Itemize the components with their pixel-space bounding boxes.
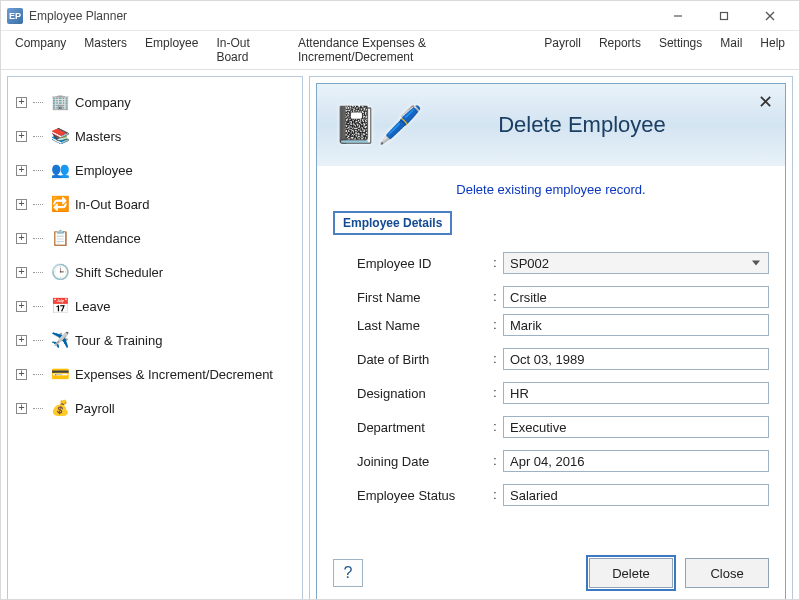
menu-masters[interactable]: Masters <box>76 33 135 67</box>
row-department: Department : Executive <box>357 416 769 438</box>
masters-icon: 📚 <box>51 127 69 145</box>
sidebar-item-label: Leave <box>75 299 110 314</box>
menu-payroll[interactable]: Payroll <box>536 33 589 67</box>
company-icon: 🏢 <box>51 93 69 111</box>
label-first-name: First Name <box>357 290 487 305</box>
app-icon: EP <box>7 8 23 24</box>
department-value: Executive <box>510 420 566 435</box>
row-joining-date: Joining Date : Apr 04, 2016 <box>357 450 769 472</box>
label-status: Employee Status <box>357 488 487 503</box>
minimize-button[interactable] <box>655 1 701 31</box>
menu-employee[interactable]: Employee <box>137 33 206 67</box>
expand-icon[interactable]: + <box>16 165 27 176</box>
status-field[interactable]: Salaried <box>503 484 769 506</box>
maximize-button[interactable] <box>701 1 747 31</box>
sidebar-item-employee[interactable]: + 👥 Employee <box>14 153 296 187</box>
leave-icon: 📅 <box>51 297 69 315</box>
department-field[interactable]: Executive <box>503 416 769 438</box>
sidebar-item-expenses[interactable]: + 💳 Expenses & Increment/Decrement <box>14 357 296 391</box>
sidebar-item-shift[interactable]: + 🕒 Shift Scheduler <box>14 255 296 289</box>
window-controls <box>655 1 793 31</box>
attendance-icon: 📋 <box>51 229 69 247</box>
sidebar-item-payroll[interactable]: + 💰 Payroll <box>14 391 296 425</box>
row-status: Employee Status : Salaried <box>357 484 769 506</box>
row-employee-id: Employee ID : SP002 <box>357 252 769 274</box>
modal-area: 📓🖊️ Delete Employee ✕ Delete existing em… <box>309 76 793 600</box>
employee-id-select[interactable]: SP002 <box>503 252 769 274</box>
help-icon: ? <box>344 564 353 582</box>
modal-header: 📓🖊️ Delete Employee ✕ <box>317 84 785 166</box>
label-joining-date: Joining Date <box>357 454 487 469</box>
expand-icon[interactable]: + <box>16 267 27 278</box>
sidebar-item-label: Shift Scheduler <box>75 265 163 280</box>
sidebar-item-label: Expenses & Increment/Decrement <box>75 367 273 382</box>
modal-title: Delete Employee <box>423 112 769 138</box>
sidebar-item-label: Employee <box>75 163 133 178</box>
modal-subtitle: Delete existing employee record. <box>317 166 785 207</box>
expand-icon[interactable]: + <box>16 335 27 346</box>
menu-company[interactable]: Company <box>7 33 74 67</box>
expand-icon[interactable]: + <box>16 97 27 108</box>
sidebar-item-attendance[interactable]: + 📋 Attendance <box>14 221 296 255</box>
sidebar: + 🏢 Company + 📚 Masters + 👥 Employee + 🔁… <box>7 76 303 600</box>
joining-date-field[interactable]: Apr 04, 2016 <box>503 450 769 472</box>
close-window-button[interactable] <box>747 1 793 31</box>
menu-settings[interactable]: Settings <box>651 33 710 67</box>
designation-field[interactable]: HR <box>503 382 769 404</box>
menu-help[interactable]: Help <box>752 33 793 67</box>
expand-icon[interactable]: + <box>16 301 27 312</box>
titlebar: EP Employee Planner <box>1 1 799 31</box>
close-button[interactable]: Close <box>685 558 769 588</box>
row-first-name: First Name : Crsitle <box>357 286 769 308</box>
last-name-field[interactable]: Marik <box>503 314 769 336</box>
sidebar-item-inout[interactable]: + 🔁 In-Out Board <box>14 187 296 221</box>
menu-inout[interactable]: In-Out Board <box>208 33 288 67</box>
modal-close-button[interactable]: ✕ <box>755 92 775 112</box>
help-button[interactable]: ? <box>333 559 363 587</box>
employee-id-value: SP002 <box>510 256 549 271</box>
expand-icon[interactable]: + <box>16 403 27 414</box>
expand-icon[interactable]: + <box>16 233 27 244</box>
menu-reports[interactable]: Reports <box>591 33 649 67</box>
last-name-value: Marik <box>510 318 542 333</box>
expenses-icon: 💳 <box>51 365 69 383</box>
close-button-label: Close <box>710 566 743 581</box>
label-last-name: Last Name <box>357 318 487 333</box>
delete-button[interactable]: Delete <box>589 558 673 588</box>
dob-field[interactable]: Oct 03, 1989 <box>503 348 769 370</box>
modal-footer: ? Delete Close <box>317 550 785 600</box>
shift-icon: 🕒 <box>51 263 69 281</box>
label-department: Department <box>357 420 487 435</box>
sidebar-item-company[interactable]: + 🏢 Company <box>14 85 296 119</box>
menu-attendance-expenses[interactable]: Attendance Expenses & Increment/Decremen… <box>290 33 534 67</box>
expand-icon[interactable]: + <box>16 369 27 380</box>
notebook-icon: 📓🖊️ <box>333 104 423 146</box>
sidebar-item-tour[interactable]: + ✈️ Tour & Training <box>14 323 296 357</box>
inout-icon: 🔁 <box>51 195 69 213</box>
menubar: Company Masters Employee In-Out Board At… <box>1 31 799 70</box>
first-name-field[interactable]: Crsitle <box>503 286 769 308</box>
menu-mail[interactable]: Mail <box>712 33 750 67</box>
designation-value: HR <box>510 386 529 401</box>
employee-icon: 👥 <box>51 161 69 179</box>
label-designation: Designation <box>357 386 487 401</box>
expand-icon[interactable]: + <box>16 199 27 210</box>
sidebar-item-label: Masters <box>75 129 121 144</box>
row-last-name: Last Name : Marik <box>357 314 769 336</box>
tour-icon: ✈️ <box>51 331 69 349</box>
window-title: Employee Planner <box>29 9 127 23</box>
sidebar-item-masters[interactable]: + 📚 Masters <box>14 119 296 153</box>
sidebar-item-label: Payroll <box>75 401 115 416</box>
delete-button-label: Delete <box>612 566 650 581</box>
expand-icon[interactable]: + <box>16 131 27 142</box>
delete-employee-modal: 📓🖊️ Delete Employee ✕ Delete existing em… <box>316 83 786 600</box>
label-dob: Date of Birth <box>357 352 487 367</box>
label-employee-id: Employee ID <box>357 256 487 271</box>
svg-rect-1 <box>721 12 728 19</box>
sidebar-item-label: Company <box>75 95 131 110</box>
sidebar-item-label: Attendance <box>75 231 141 246</box>
status-value: Salaried <box>510 488 558 503</box>
sidebar-item-leave[interactable]: + 📅 Leave <box>14 289 296 323</box>
dob-value: Oct 03, 1989 <box>510 352 584 367</box>
payroll-icon: 💰 <box>51 399 69 417</box>
